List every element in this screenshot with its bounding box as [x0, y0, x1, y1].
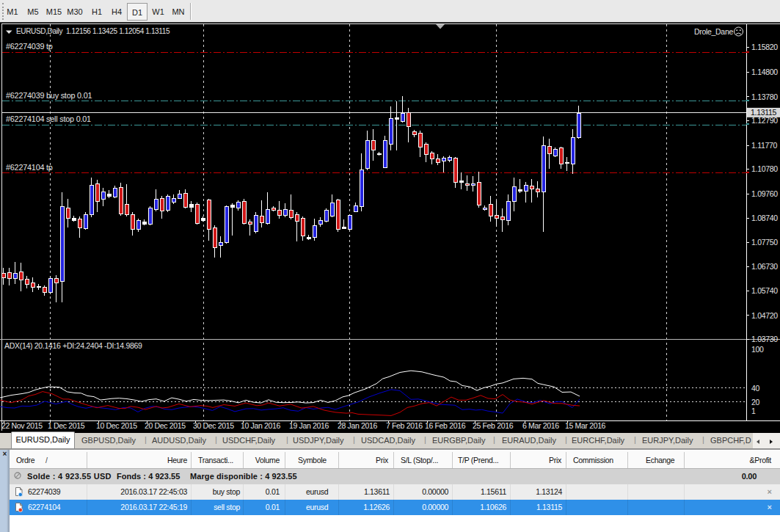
svg-text:1: 1	[751, 407, 756, 415]
svg-text:1.07750: 1.07750	[751, 238, 778, 247]
svg-text:20: 20	[751, 398, 760, 407]
svg-text:EURUSD,Daily 1.12156 1.13425: EURUSD,Daily 1.12156 1.13425 1.12054 1.1…	[16, 27, 170, 35]
svg-text:1.15820: 1.15820	[751, 43, 778, 51]
svg-text:#62274104 sell stop 0.01: #62274104 sell stop 0.01	[6, 114, 91, 123]
svg-text:1.09760: 1.09760	[751, 189, 778, 198]
svg-text:30 Dec 2015: 30 Dec 2015	[193, 421, 234, 430]
svg-text:1.14800: 1.14800	[751, 68, 778, 76]
svg-text:1.13115: 1.13115	[751, 108, 777, 117]
svg-text:1 Dec 2015: 1 Dec 2015	[48, 421, 85, 430]
svg-text:1.12790: 1.12790	[751, 116, 778, 125]
svg-text:25 Feb 2016: 25 Feb 2016	[473, 421, 514, 430]
svg-text:ADX(14) 20.1416 +DI:24.2404 -D: ADX(14) 20.1416 +DI:24.2404 -DI:14.9869	[4, 341, 142, 350]
svg-text:7 Feb 2016: 7 Feb 2016	[386, 421, 423, 430]
svg-text:#62274104 tp: #62274104 tp	[6, 163, 53, 172]
svg-text:1.08740: 1.08740	[751, 214, 778, 222]
svg-text:28 Jan 2016: 28 Jan 2016	[338, 421, 377, 430]
svg-text:1.05740: 1.05740	[751, 286, 778, 295]
svg-text:1.11770: 1.11770	[751, 141, 778, 150]
svg-text:22 Nov 2015: 22 Nov 2015	[1, 421, 43, 430]
svg-text:20 Dec 2015: 20 Dec 2015	[145, 421, 186, 430]
svg-text:1.13780: 1.13780	[751, 92, 778, 101]
svg-text:40: 40	[751, 384, 760, 393]
svg-text:15 Mar 2016: 15 Mar 2016	[565, 421, 606, 430]
svg-text:100: 100	[751, 345, 764, 354]
svg-text:16 Feb 2016: 16 Feb 2016	[425, 421, 466, 430]
svg-text:1.03730: 1.03730	[751, 335, 778, 343]
svg-text:#62274039 buy stop 0.01: #62274039 buy stop 0.01	[6, 91, 92, 100]
svg-text:6 Mar 2016: 6 Mar 2016	[522, 421, 559, 430]
svg-text:10 Dec 2015: 10 Dec 2015	[96, 421, 137, 430]
svg-text:#62274039 tp: #62274039 tp	[6, 42, 53, 51]
svg-text:1.04720: 1.04720	[751, 311, 778, 320]
svg-text:1.06730: 1.06730	[751, 262, 778, 271]
svg-text:19 Jan 2016: 19 Jan 2016	[289, 421, 329, 430]
svg-text:1.10780: 1.10780	[751, 164, 778, 173]
svg-text:10 Jan 2016: 10 Jan 2016	[241, 421, 280, 430]
svg-text:Drole_Dane: Drole_Dane	[694, 27, 733, 36]
